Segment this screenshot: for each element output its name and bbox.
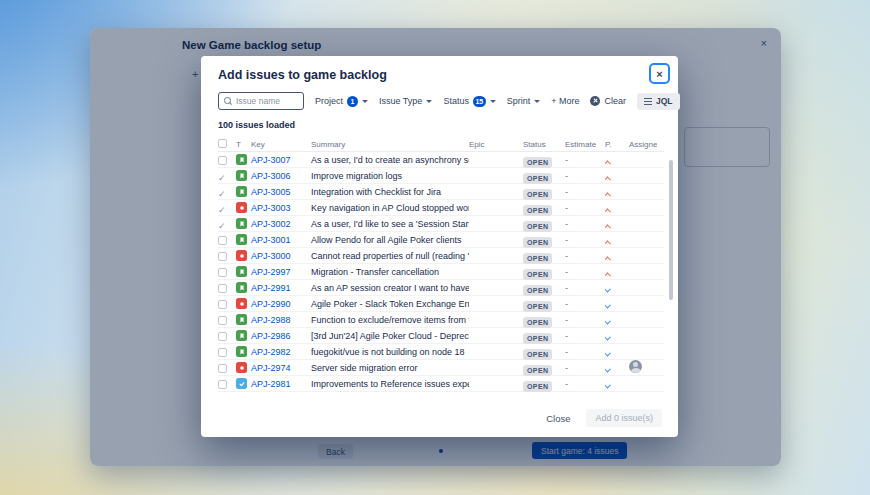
chevron-down-icon [534,100,540,103]
add-issues-button[interactable]: Add 0 issue(s) [586,409,662,427]
issue-row[interactable]: APJ-2988 Function to exclude/remove item… [218,312,664,328]
issue-key-link[interactable]: APJ-3002 [251,219,311,229]
issue-key-link[interactable]: APJ-3006 [251,171,311,181]
issue-row[interactable]: APJ-3000 Cannot read properties of null … [218,248,664,264]
issue-key-link[interactable]: APJ-3007 [251,155,311,165]
issue-rows: APJ-3007 As a user, I'd to create an asy… [218,152,664,392]
status-filter-label: Status [443,96,469,106]
issue-search-input[interactable] [236,96,298,106]
issue-row[interactable]: APJ-2981 Improvements to Reference issue… [218,376,664,392]
bug-type-icon [236,202,247,213]
issue-key-link[interactable]: APJ-2988 [251,315,311,325]
issue-row[interactable]: ✓ APJ-3006 Improve migration logs OPEN - [218,168,664,184]
issue-key-link[interactable]: APJ-3005 [251,187,311,197]
row-checkbox[interactable] [218,284,227,293]
project-count-badge: 1 [347,96,358,107]
assignee-avatar [629,360,642,373]
chevron-down-icon [490,100,496,103]
table-scrollbar[interactable] [669,160,673,300]
row-checkbox[interactable] [218,156,227,165]
header-epic: Epic [469,140,523,149]
row-checkbox[interactable] [218,300,227,309]
added-check-icon: ✓ [218,205,226,215]
issue-summary: Improvements to Reference issues experi.… [311,379,469,389]
select-all-checkbox[interactable] [218,139,227,148]
project-filter-dropdown[interactable]: Project 1 [315,96,368,107]
story-type-icon [236,282,247,293]
more-filters-button[interactable]: + More [551,96,579,106]
story-type-icon [236,266,247,277]
issue-estimate: - [565,219,605,229]
header-assignee: Assignees [629,140,657,149]
issue-estimate: - [565,267,605,277]
issue-row[interactable]: APJ-3007 As a user, I'd to create an asy… [218,152,664,168]
story-type-icon [236,154,247,165]
issue-key-link[interactable]: APJ-2991 [251,283,311,293]
row-checkbox[interactable] [218,364,227,373]
row-checkbox[interactable] [218,252,227,261]
issue-summary: Cannot read properties of null (reading … [311,251,469,261]
story-type-icon [236,234,247,245]
close-modal-button[interactable]: Close [542,410,574,427]
added-check-icon: ✓ [218,221,226,231]
clear-filters-button[interactable]: Clear [590,96,626,106]
header-status: Status [523,140,565,149]
issue-estimate: - [565,187,605,197]
issue-key-link[interactable]: APJ-2974 [251,363,311,373]
issue-search-box[interactable] [218,92,304,110]
row-checkbox[interactable] [218,332,227,341]
issue-summary: Agile Poker - Slack Token Exchange Error [311,299,469,309]
header-priority: P. [605,140,629,149]
row-checkbox[interactable] [218,236,227,245]
issue-estimate: - [565,331,605,341]
row-checkbox[interactable] [218,316,227,325]
row-checkbox[interactable] [218,348,227,357]
issue-row[interactable]: APJ-2990 Agile Poker - Slack Token Excha… [218,296,664,312]
priority-cell [605,375,629,393]
jql-toggle-button[interactable]: JQL [637,93,680,110]
row-checkbox[interactable] [218,380,227,389]
header-estimate: Estimate [565,140,605,149]
issue-row[interactable]: APJ-2986 [3rd Jun'24] Agile Poker Cloud … [218,328,664,344]
priority-low-icon [605,381,611,388]
issue-estimate: - [565,171,605,181]
chevron-down-icon [426,100,432,103]
issue-key-link[interactable]: APJ-2981 [251,379,311,389]
issue-type-filter-dropdown[interactable]: Issue Type [379,96,432,106]
row-select[interactable] [218,375,236,393]
issues-loaded-count: 100 issues loaded [218,120,295,130]
issue-summary: As an AP session creator I want to have … [311,283,469,293]
row-checkbox[interactable] [218,268,227,277]
issue-row[interactable]: APJ-2982 fuegokit/vue is not building on… [218,344,664,360]
status-filter-dropdown[interactable]: Status 15 [443,96,495,107]
issue-row[interactable]: APJ-2991 As an AP session creator I want… [218,280,664,296]
priority-low-icon [605,365,611,372]
filter-bar-right: Clear JQL [590,93,679,110]
issue-estimate: - [565,155,605,165]
priority-low-icon [605,349,611,356]
issue-summary: Function to exclude/remove items from th… [311,315,469,325]
sprint-filter-dropdown[interactable]: Sprint [507,96,541,106]
added-check-icon: ✓ [218,173,226,183]
issue-row[interactable]: ✓ APJ-3005 Integration with Checklist fo… [218,184,664,200]
issue-key-link[interactable]: APJ-3000 [251,251,311,261]
issue-estimate: - [565,379,605,389]
issue-summary: fuegokit/vue is not building on node 18 [311,347,469,357]
issue-key-link[interactable]: APJ-2982 [251,347,311,357]
issue-estimate: - [565,235,605,245]
issue-row[interactable]: APJ-3001 Allow Pendo for all Agile Poker… [218,232,664,248]
issue-estimate: - [565,363,605,373]
issue-key-link[interactable]: APJ-2997 [251,267,311,277]
modal-close-button[interactable]: × [649,63,670,84]
issue-estimate: - [565,299,605,309]
issue-key-link[interactable]: APJ-2986 [251,331,311,341]
issue-estimate: - [565,315,605,325]
issue-key-link[interactable]: APJ-3003 [251,203,311,213]
issue-summary: Allow Pendo for all Agile Poker clients [311,235,469,245]
issue-row[interactable]: APJ-2997 Migration - Transfer cancellati… [218,264,664,280]
issue-row[interactable]: ✓ APJ-3002 As a user, I'd like to see a … [218,216,664,232]
issue-key-link[interactable]: APJ-2990 [251,299,311,309]
issue-key-link[interactable]: APJ-3001 [251,235,311,245]
issue-row[interactable]: ✓ APJ-3003 Key navigation in AP Cloud st… [218,200,664,216]
issue-row[interactable]: APJ-2974 Server side migration error OPE… [218,360,664,376]
